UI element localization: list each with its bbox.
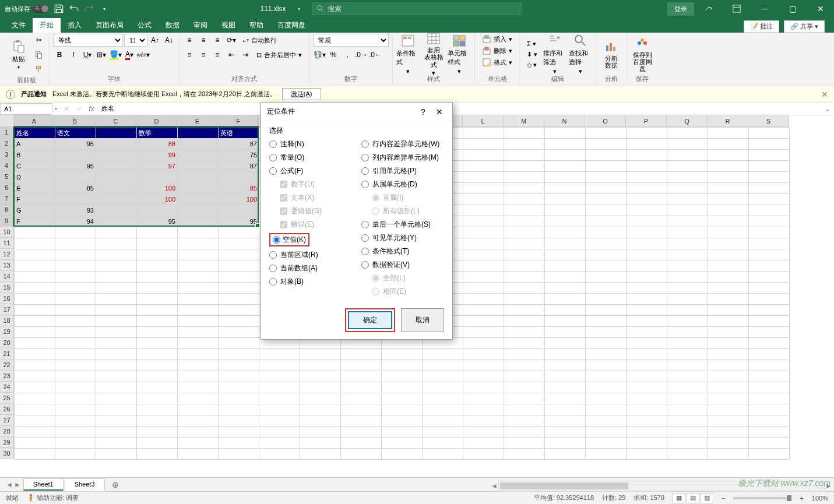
cell[interactable] xyxy=(178,183,219,194)
cell[interactable] xyxy=(178,272,219,283)
cell[interactable] xyxy=(708,427,749,438)
cell[interactable] xyxy=(96,449,137,460)
cell[interactable] xyxy=(96,128,137,139)
row-header[interactable]: 16 xyxy=(0,293,14,304)
cell[interactable] xyxy=(219,427,259,438)
cell[interactable] xyxy=(545,205,586,216)
cell[interactable] xyxy=(463,438,504,449)
cell[interactable] xyxy=(749,327,790,338)
cell[interactable] xyxy=(137,393,178,404)
cell[interactable] xyxy=(708,415,749,427)
cell[interactable] xyxy=(504,360,545,371)
cell[interactable] xyxy=(96,283,137,294)
coming-soon-icon[interactable] xyxy=(695,0,722,17)
cell[interactable] xyxy=(178,316,219,327)
cell[interactable] xyxy=(137,327,178,338)
cell[interactable] xyxy=(219,272,259,283)
cell[interactable] xyxy=(137,349,178,360)
cell[interactable] xyxy=(545,449,586,460)
cell[interactable] xyxy=(15,227,55,238)
cell[interactable] xyxy=(749,172,790,183)
cell[interactable] xyxy=(96,338,137,349)
share-button[interactable]: 🔗 共享 ▾ xyxy=(784,20,825,33)
cell[interactable] xyxy=(15,272,55,283)
underline-icon[interactable]: U▾ xyxy=(81,48,94,61)
cell[interactable] xyxy=(15,249,55,260)
row-header[interactable]: 8 xyxy=(0,205,14,216)
number-format-select[interactable]: 常规 xyxy=(313,34,389,47)
cell[interactable] xyxy=(749,260,790,272)
cell[interactable] xyxy=(463,305,504,316)
cell[interactable] xyxy=(137,316,178,327)
cell[interactable] xyxy=(627,283,667,294)
cell[interactable] xyxy=(137,360,178,371)
cell[interactable] xyxy=(463,139,504,150)
cell[interactable] xyxy=(667,327,708,338)
cell[interactable] xyxy=(586,382,627,393)
cell[interactable] xyxy=(219,449,259,460)
cell[interactable] xyxy=(259,404,300,415)
cell[interactable] xyxy=(178,205,219,216)
cell[interactable] xyxy=(341,360,382,371)
cell[interactable] xyxy=(259,438,300,449)
enter-fx-icon[interactable]: ✓ xyxy=(72,103,85,115)
option-input[interactable] xyxy=(361,140,369,148)
cell[interactable]: 87 xyxy=(219,161,259,172)
cell[interactable]: 88 xyxy=(137,139,178,150)
cell[interactable] xyxy=(423,393,463,404)
cell[interactable] xyxy=(15,404,55,415)
cell[interactable] xyxy=(586,161,627,172)
cell[interactable] xyxy=(586,415,627,427)
cell[interactable] xyxy=(667,283,708,294)
option-input[interactable] xyxy=(269,154,277,161)
cell[interactable]: 语文 xyxy=(55,128,96,139)
cell[interactable] xyxy=(137,227,178,238)
cell[interactable] xyxy=(382,449,423,460)
cell[interactable] xyxy=(545,272,586,283)
decrease-decimal-icon[interactable]: .0← xyxy=(369,48,382,61)
cell[interactable] xyxy=(545,283,586,294)
comma-icon[interactable]: , xyxy=(341,48,354,61)
cell[interactable] xyxy=(96,360,137,371)
cell[interactable] xyxy=(219,205,259,216)
col-header[interactable]: L xyxy=(463,115,504,127)
option-label[interactable]: 列内容差异单元格(M) xyxy=(372,153,439,163)
cell[interactable] xyxy=(463,249,504,260)
cell[interactable] xyxy=(627,216,667,227)
cell[interactable]: 100 xyxy=(137,183,178,194)
namebox-dropdown-icon[interactable]: ▾ xyxy=(52,106,59,111)
tab-文件[interactable]: 文件 xyxy=(5,18,33,33)
cell[interactable] xyxy=(55,172,96,183)
cell[interactable]: 姓名 xyxy=(15,128,55,139)
table-format-button[interactable]: 套用 表格格式▾ xyxy=(422,35,445,73)
view-pagelayout-icon[interactable]: ▤ xyxy=(687,493,699,503)
cell[interactable] xyxy=(96,438,137,449)
cell[interactable] xyxy=(55,260,96,272)
cell[interactable] xyxy=(708,161,749,172)
col-header[interactable]: O xyxy=(585,115,626,127)
option-label[interactable]: 引用单元格(P) xyxy=(372,166,417,176)
wrap-text-button[interactable]: ⮐ 自动换行 xyxy=(239,36,280,45)
cell[interactable] xyxy=(749,283,790,294)
italic-icon[interactable]: I xyxy=(67,48,80,61)
cell[interactable]: 95 xyxy=(55,161,96,172)
cell[interactable] xyxy=(55,294,96,305)
cell[interactable] xyxy=(749,427,790,438)
option-input[interactable] xyxy=(269,167,277,175)
cell[interactable]: F xyxy=(15,216,55,227)
zoom-slider[interactable] xyxy=(733,497,791,499)
cell[interactable] xyxy=(504,427,545,438)
cell[interactable] xyxy=(749,216,790,227)
cell[interactable]: 93 xyxy=(55,205,96,216)
cell[interactable] xyxy=(137,371,178,382)
cell[interactable] xyxy=(55,283,96,294)
cell[interactable] xyxy=(627,272,667,283)
cell[interactable] xyxy=(545,294,586,305)
cell[interactable] xyxy=(300,449,341,460)
option-input[interactable] xyxy=(269,251,277,259)
cell[interactable]: C xyxy=(15,161,55,172)
conditional-format-button[interactable]: 条件格式▾ xyxy=(396,35,420,73)
col-header[interactable]: S xyxy=(748,115,789,127)
cell[interactable] xyxy=(341,449,382,460)
cell[interactable] xyxy=(667,382,708,393)
